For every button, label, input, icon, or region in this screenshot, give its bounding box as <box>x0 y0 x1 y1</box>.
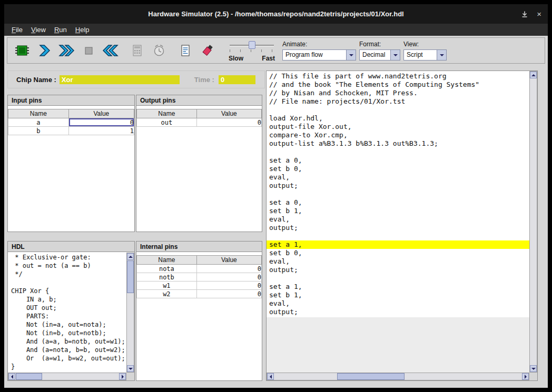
hdl-line: * Exclusive-or gate: <box>8 254 126 262</box>
hdl-line: */ <box>8 270 126 279</box>
column-header-name: Name <box>8 109 69 118</box>
chevron-down-icon[interactable] <box>346 50 356 60</box>
pin-name-a: a <box>8 118 69 127</box>
internal-pins-title: Internal pins <box>136 242 262 252</box>
menu-view[interactable]: View <box>27 25 50 35</box>
scroll-left-button[interactable] <box>267 373 274 380</box>
slider-thumb[interactable] <box>249 41 255 49</box>
chevron-down-icon[interactable] <box>390 50 400 60</box>
column-header-name: Name <box>137 256 197 265</box>
internal-pins-table: Name Value nota 0 notb 0 w1 <box>136 255 262 298</box>
hdl-panel: HDL * Exclusive-or gate: * out = not (a … <box>7 241 135 381</box>
hdl-line: Not (in=b, out=notb); <box>8 329 126 338</box>
pin-name-nota: nota <box>137 265 197 273</box>
script-line: eval, <box>267 257 529 266</box>
script-line: eval, <box>267 215 529 224</box>
script-line <box>267 190 529 198</box>
clock-icon <box>151 44 167 57</box>
scroll-right-button[interactable] <box>522 373 529 380</box>
titlebar: Hardware Simulator (2.5) - /home/thomas/… <box>4 4 548 24</box>
hdl-title: HDL <box>8 242 134 252</box>
animate-label: Animate: <box>282 41 356 48</box>
input-pins-body: Name Value a 0 b 1 <box>8 106 134 232</box>
hdl-body: * Exclusive-or gate: * out = not (a == b… <box>8 253 134 380</box>
animate-select[interactable]: Program flow <box>282 49 356 61</box>
script-vscrollbar[interactable] <box>529 71 537 373</box>
pin-value-b[interactable]: 1 <box>68 127 134 135</box>
hdl-line <box>8 279 126 287</box>
scrollbar-corner <box>529 373 537 380</box>
view-group: View: Script <box>403 41 447 61</box>
view-select[interactable]: Script <box>403 49 447 61</box>
chip-header: Chip Name : Xor Time : 0 <box>7 71 265 88</box>
script-line: output; <box>267 182 529 190</box>
slider-ticks <box>230 49 274 52</box>
time-label: Time : <box>194 76 214 84</box>
hdl-line: CHIP Xor { <box>8 287 126 296</box>
scroll-right-button[interactable] <box>119 373 126 380</box>
view-value: Script <box>404 50 437 60</box>
column-header-name: Name <box>137 109 197 118</box>
fast-forward-icon <box>58 44 75 57</box>
load-chip-button[interactable] <box>12 40 33 61</box>
speed-slider: Slow Fast <box>229 39 275 62</box>
menu-help[interactable]: Help <box>71 25 94 35</box>
scroll-up-button[interactable] <box>127 253 134 260</box>
pin-value-nota: 0 <box>196 265 261 273</box>
pin-value-out: 0 <box>196 118 261 127</box>
download-arrow-icon <box>521 11 528 18</box>
column-header-value: Value <box>196 109 261 118</box>
script-line: set b 0, <box>267 165 529 173</box>
slider-labels: Slow Fast <box>229 55 275 62</box>
pin-name-w1: w1 <box>137 282 197 290</box>
calculator-button[interactable] <box>126 40 147 61</box>
reset-button[interactable] <box>100 40 121 61</box>
stop-button[interactable] <box>78 40 99 61</box>
rewind-icon <box>102 44 119 57</box>
view-script-button[interactable] <box>175 40 196 61</box>
script-line: compare-to Xor.cmp, <box>267 131 529 139</box>
stop-icon <box>81 44 96 57</box>
scroll-down-button[interactable] <box>530 365 537 372</box>
hdl-line: Not (in=a, out=nota); <box>8 321 126 329</box>
scroll-thumb[interactable] <box>127 260 134 293</box>
script-line: // File name: projects/01/Xor.tst <box>267 97 529 106</box>
pin-value-a[interactable]: 0 <box>68 118 134 127</box>
hdl-line: Or (a=w1, b=w2, out=out); <box>8 355 126 363</box>
hdl-line: IN a, b; <box>8 296 126 304</box>
run-button[interactable] <box>56 40 77 61</box>
single-step-button[interactable] <box>34 40 55 61</box>
scroll-thumb[interactable] <box>16 373 42 380</box>
clock-button[interactable] <box>149 40 170 61</box>
script-line: set a 0, <box>267 198 529 207</box>
scroll-up-button[interactable] <box>530 72 537 78</box>
format-select[interactable]: Decimal <box>359 49 400 61</box>
toolbar: Slow Fast Animate: Program flow Format: … <box>7 37 545 64</box>
clear-button[interactable] <box>197 40 218 61</box>
menu-file[interactable]: File <box>7 25 27 35</box>
window-title: Hardware Simulator (2.5) - /home/thomas/… <box>4 4 548 24</box>
chevron-down-icon[interactable] <box>437 50 446 60</box>
hdl-hscrollbar[interactable] <box>8 373 126 380</box>
hdl-line: And (a=a, b=notb, out=w1); <box>8 338 126 346</box>
slider-fast-label: Fast <box>262 55 275 62</box>
slider-slow-label: Slow <box>229 55 243 62</box>
pin-row: b 1 <box>8 127 134 135</box>
output-pins-panel: Output pins Name Value out 0 <box>136 95 262 232</box>
menu-run[interactable]: Run <box>50 25 71 35</box>
window-controls: × <box>521 4 541 24</box>
script-hscrollbar[interactable] <box>267 373 529 380</box>
script-line: // This file is part of www.nand2tetris.… <box>267 72 529 81</box>
script-view: // This file is part of www.nand2tetris.… <box>267 71 529 373</box>
pin-row: notb 0 <box>137 273 262 282</box>
close-button[interactable]: × <box>537 10 541 18</box>
scroll-thumb[interactable] <box>337 373 405 380</box>
script-line <box>267 148 529 156</box>
script-line: set b 1, <box>267 207 529 215</box>
minimize-button[interactable] <box>521 11 528 18</box>
hdl-vscrollbar[interactable] <box>126 253 134 373</box>
scroll-down-button[interactable] <box>127 365 134 372</box>
scroll-left-button[interactable] <box>8 373 15 380</box>
script-line: load Xor.hdl, <box>267 114 529 123</box>
chip-name-field[interactable]: Xor <box>60 75 180 84</box>
